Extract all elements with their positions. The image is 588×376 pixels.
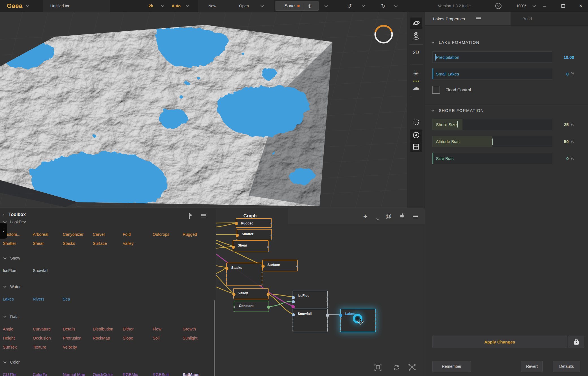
zoom-chevron[interactable] (533, 0, 535, 12)
toolbox-node-texture[interactable]: Texture (33, 343, 63, 352)
node-port[interactable] (236, 234, 239, 237)
toolbox-node-angle[interactable]: Angle (3, 325, 33, 334)
node-port[interactable] (234, 306, 235, 308)
node-port[interactable] (235, 222, 238, 225)
toolbox-node-rivers[interactable]: Rivers (33, 295, 63, 304)
toolbox-node-stacks[interactable]: Stacks (63, 239, 93, 248)
toolbox-node-surftex[interactable]: SurfTex (3, 343, 33, 352)
build-mode-chevron[interactable] (186, 0, 188, 12)
toolbox-section-color[interactable]: Color (3, 360, 20, 364)
lock-button[interactable] (568, 336, 584, 348)
new-button[interactable]: New (208, 0, 216, 12)
revert-button[interactable]: Revert (521, 361, 543, 372)
help-button[interactable]: ? (495, 0, 501, 12)
property-input[interactable]: Small Lakes (432, 68, 552, 79)
toolbox-section-snow[interactable]: Snow (3, 256, 20, 260)
graph-node-shatter[interactable]: Shatter (237, 229, 272, 240)
sunlight-icon[interactable]: ☀ (410, 68, 422, 79)
open-button[interactable]: Open (239, 0, 249, 12)
graph-node-surface[interactable]: Surface (262, 260, 298, 271)
toolbox-menu-icon[interactable] (201, 213, 206, 218)
toolbox-node-height[interactable]: Height (3, 334, 33, 343)
toolbox-node-arboreal[interactable]: Arboreal (33, 230, 63, 239)
toolbox-node-protrusion[interactable]: Protrusion (63, 334, 93, 343)
frame-region-icon[interactable] (410, 117, 422, 127)
resolution-selector[interactable]: 2k (149, 0, 153, 12)
graph-node-rugged[interactable]: Rugged (236, 218, 272, 228)
graph-node-icefloe[interactable]: IceFloe (293, 291, 328, 308)
node-port[interactable] (267, 306, 270, 309)
toolbox-node-valley[interactable]: Valley (123, 239, 153, 248)
toolbox-toggle-icon[interactable] (189, 214, 190, 219)
cloud-icon[interactable]: ☁ (410, 83, 422, 92)
maximize-button[interactable] (561, 0, 565, 12)
toolbox-node-details[interactable]: Details (63, 325, 93, 334)
graph-node-valley[interactable]: Valley (233, 288, 269, 299)
node-port[interactable] (271, 234, 272, 236)
property-input[interactable]: Altitude Bias (432, 136, 552, 147)
toolbox-node-cluter[interactable]: CLUTer (3, 370, 33, 376)
defaults-button[interactable]: Defaults (553, 361, 580, 372)
app-menu-button[interactable]: Gaea (7, 0, 28, 12)
section-shore-formation[interactable]: SHORE FORMATION (431, 108, 484, 113)
node-port[interactable] (292, 300, 295, 303)
node-port[interactable] (327, 296, 328, 298)
collapse-toolbox-icon[interactable]: ‹ (2, 212, 4, 218)
tab-build[interactable]: Build (511, 12, 588, 25)
document-tab[interactable]: Untitled.tor (43, 0, 110, 12)
graph-node-lakes[interactable]: Lakes (340, 309, 376, 332)
toolbox-node-soil[interactable]: Soil (153, 334, 183, 343)
toolbox-node-velocity[interactable]: Velocity (63, 343, 93, 352)
node-port[interactable] (232, 246, 235, 249)
toolbox-node-snowfall[interactable]: Snowfall (33, 266, 63, 275)
graph-node-stacks[interactable]: Stacks (226, 263, 262, 286)
toolbox-node-shear[interactable]: Shear (33, 239, 63, 248)
toolbox-node-normal-map[interactable]: Normal Map (63, 370, 93, 376)
node-port[interactable] (271, 222, 272, 224)
save-button[interactable]: Save (284, 3, 295, 8)
toolbox-node-canyonizer[interactable]: Canyonizer (63, 230, 93, 239)
node-port[interactable] (296, 265, 298, 267)
node-port[interactable] (225, 267, 228, 270)
layout-grid-icon[interactable] (410, 141, 422, 152)
property-input[interactable]: Shore Size (432, 119, 552, 130)
node-port[interactable] (326, 314, 329, 317)
tab-lakes-properties[interactable]: Lakes Properties (425, 12, 511, 25)
toolbox-node-fold[interactable]: Fold (123, 230, 153, 239)
toolbox-node-growth[interactable]: Growth (183, 325, 213, 334)
toolbox-node-satmaps[interactable]: SatMaps (183, 370, 213, 376)
node-port[interactable] (292, 296, 295, 299)
node-port[interactable] (267, 293, 270, 296)
node-port[interactable] (327, 301, 328, 302)
toolbox-section-water[interactable]: Water (3, 284, 21, 289)
toolbox-node-rockmap[interactable]: RockMap (93, 334, 123, 343)
location-pin-icon[interactable] (410, 30, 422, 42)
node-port[interactable] (291, 305, 295, 308)
toolbox-node-sea[interactable]: Sea (63, 295, 93, 304)
property-input[interactable]: Precipitation (432, 51, 552, 63)
add-to-save-icon[interactable]: ⊕ (307, 3, 312, 9)
node-port[interactable] (232, 293, 235, 296)
toolbox-node-curvature[interactable]: Curvature (33, 325, 63, 334)
compass-icon[interactable] (410, 129, 422, 141)
toolbox-node-rgbsplit[interactable]: RGBSplit (153, 370, 183, 376)
toolbox-node-rugged[interactable]: Rugged (183, 230, 213, 239)
auto-arrange-icon[interactable] (408, 363, 416, 372)
undo-chevron[interactable] (362, 0, 364, 12)
node-port[interactable] (261, 265, 265, 268)
toolbox-node-quickcolor[interactable]: QuickColor (93, 370, 123, 376)
properties-menu-icon[interactable] (476, 16, 481, 21)
toolbox-node-dither[interactable]: Dither (123, 325, 153, 334)
node-port[interactable] (267, 246, 269, 248)
toolbox-node-flow[interactable]: Flow (153, 325, 183, 334)
toolbox-node-icefloe[interactable]: IceFloe (3, 266, 33, 275)
toolbox-scrollbar[interactable] (214, 300, 215, 376)
resolution-chevron[interactable] (161, 0, 163, 12)
view-3d-icon[interactable] (410, 18, 422, 29)
toolbox-node-shatter[interactable]: Shatter (3, 239, 33, 248)
toolbox-node-lakes[interactable]: Lakes (3, 295, 33, 304)
toolbox-node-slope[interactable]: Slope (123, 334, 153, 343)
zoom-level[interactable]: 100% (516, 0, 526, 12)
property-input[interactable]: Size Bias (432, 153, 552, 164)
node-port[interactable] (339, 314, 342, 317)
